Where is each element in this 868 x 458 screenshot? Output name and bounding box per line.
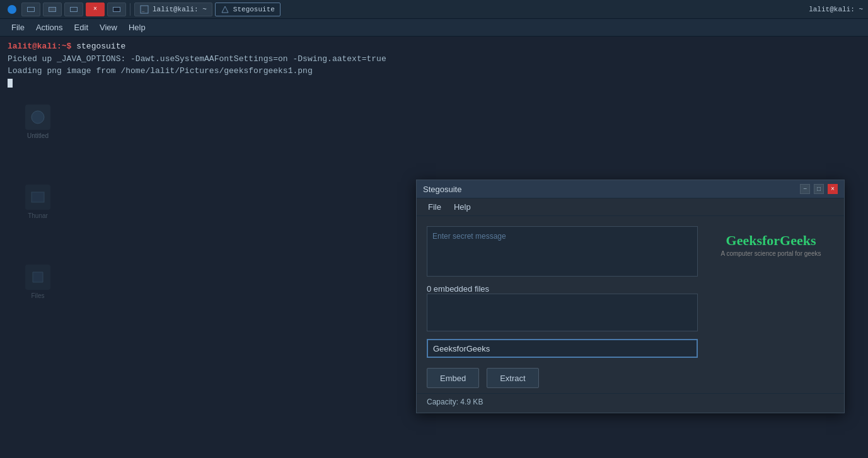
taskbar-user-label: lalit@kali: ~ — [809, 6, 863, 13]
taskbar-btn-2[interactable] — [43, 3, 62, 16]
dialog-body: 0 embedded files GeeksforGeeks A compute… — [417, 216, 844, 368]
capacity-label: Capacity: 4.9 KB — [427, 398, 483, 406]
svg-rect-5 — [32, 192, 44, 202]
dialog-minimize-btn[interactable]: − — [800, 184, 810, 194]
taskbar-close-btn[interactable]: × — [86, 3, 105, 16]
embedded-files-box[interactable] — [427, 294, 698, 331]
dialog-close-btn[interactable]: × — [828, 184, 838, 194]
dialog-title: Stegosuite — [423, 185, 461, 194]
dialog-menu-help[interactable]: Help — [449, 201, 476, 213]
kali-icon[interactable] — [5, 3, 19, 16]
embed-button[interactable]: Embed — [427, 368, 479, 388]
dialog-titlebar: Stegosuite − □ × — [417, 180, 844, 198]
term-menu-help[interactable]: Help — [124, 21, 151, 33]
taskbar-window-stegosuite[interactable]: Stegosuite — [215, 3, 281, 16]
dialog-buttons: Embed Extract — [417, 368, 844, 393]
terminal-line-1: lalit@kali:~$ stegosuite — [8, 40, 860, 53]
terminal-menubar: File Actions Edit View Help — [0, 19, 868, 37]
desktop-icon-1[interactable]: Untitled — [13, 101, 63, 143]
taskbar-btn-1[interactable] — [21, 3, 40, 16]
term-menu-actions[interactable]: Actions — [31, 21, 68, 33]
svg-text:_: _ — [141, 8, 145, 13]
desktop-icon-label-3: Files — [31, 292, 44, 299]
desktop-icon-label-2: Thunar — [28, 212, 48, 219]
terminal-line-3: Loading png image from /home/lalit/Pictu… — [8, 65, 860, 77]
desktop-icon-img-1 — [25, 105, 50, 130]
taskbar-btn-4[interactable] — [107, 3, 126, 16]
embedded-files-label: 0 embedded files — [427, 284, 698, 294]
extract-button[interactable]: Extract — [487, 368, 538, 388]
gfg-logo-text: GeeksforGeeks — [726, 232, 816, 249]
taskbar-window-terminal[interactable]: _ lalit@kali: ~ — [134, 3, 212, 16]
term-menu-file[interactable]: File — [6, 21, 30, 33]
dialog-maximize-btn[interactable]: □ — [814, 184, 824, 194]
dialog-left-panel: 0 embedded files — [427, 226, 698, 358]
term-menu-view[interactable]: View — [95, 21, 122, 33]
embedded-files-section: 0 embedded files — [427, 284, 698, 331]
dialog-menu-file[interactable]: File — [423, 201, 446, 213]
dialog-right-panel: GeeksforGeeks A computer science portal … — [708, 226, 834, 358]
gfg-tagline-text: A computer science portal for geeks — [721, 250, 821, 257]
svg-point-4 — [32, 111, 44, 123]
taskbar: × _ lalit@kali: ~ Stegosuite lalit@kali:… — [0, 0, 868, 19]
password-input[interactable] — [427, 339, 698, 358]
stegosuite-dialog: Stegosuite − □ × File Help 0 embedded fi… — [416, 180, 845, 413]
terminal-command: stegosuite — [76, 42, 125, 51]
dialog-controls: − □ × — [800, 184, 838, 194]
desktop-icon-3[interactable]: Files — [13, 261, 63, 303]
secret-message-input[interactable] — [427, 226, 698, 277]
terminal-content: lalit@kali:~$ stegosuite Picked up _JAVA… — [0, 37, 868, 93]
term-menu-edit[interactable]: Edit — [69, 21, 93, 33]
taskbar-btn-3[interactable] — [64, 3, 83, 16]
terminal-line-2: Picked up _JAVA_OPTIONS: -Dawt.useSystem… — [8, 53, 860, 66]
desktop-icons-area: Untitled Thunar Files — [0, 38, 76, 316]
svg-point-0 — [8, 5, 16, 14]
separator-1 — [130, 3, 130, 16]
desktop-icon-label-1: Untitled — [27, 132, 49, 139]
desktop-icon-img-3 — [25, 265, 50, 290]
terminal-cursor-line — [8, 77, 860, 90]
svg-marker-3 — [222, 6, 228, 13]
dialog-menubar: File Help — [417, 198, 844, 216]
dialog-footer: Capacity: 4.9 KB — [417, 393, 844, 413]
desktop-icon-2[interactable]: Thunar — [13, 181, 63, 223]
desktop-icon-img-2 — [25, 185, 50, 210]
